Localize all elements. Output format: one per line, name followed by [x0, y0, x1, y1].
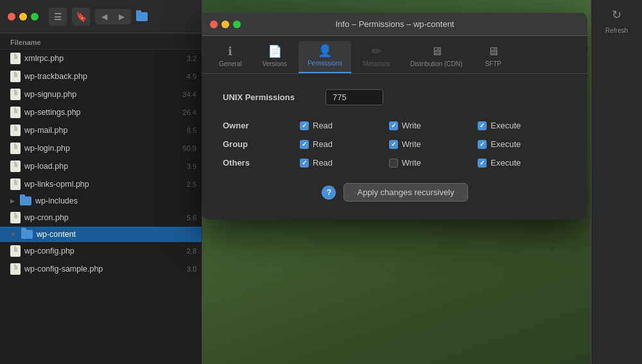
- group-read-checkbox[interactable]: ✓: [300, 140, 309, 149]
- perm-label-owner: Owner: [223, 121, 300, 130]
- others-execute-label: Execute: [490, 158, 521, 168]
- others-write-checkbox[interactable]: [389, 159, 398, 168]
- info-maximize-button[interactable]: [233, 21, 241, 28]
- group-write-checkbox-item: ✓ Write: [389, 139, 478, 149]
- unix-permissions-input[interactable]: [325, 89, 383, 105]
- file-size: 5.6: [187, 214, 196, 221]
- file-item[interactable]: ▼ wp-content: [0, 227, 202, 242]
- group-write-label: Write: [402, 139, 421, 149]
- others-execute-checkbox-item: ✓ Execute: [478, 158, 567, 168]
- permissions-tab-icon: 👤: [318, 44, 332, 58]
- tab-metadata: ✏ Metadata: [354, 42, 399, 73]
- maximize-button[interactable]: [31, 13, 39, 21]
- close-button[interactable]: [8, 13, 15, 21]
- sftp-tab-label: SFTP: [485, 60, 501, 67]
- info-titlebar: Info – Permissions – wp-content: [202, 13, 587, 36]
- owner-execute-checkbox[interactable]: ✓: [478, 121, 487, 130]
- others-read-checkbox[interactable]: ✓: [300, 159, 309, 168]
- group-write-checkbox[interactable]: ✓: [389, 140, 398, 149]
- bookmark-icon[interactable]: 🔖: [72, 8, 90, 26]
- folder-icon: [20, 196, 31, 205]
- file-icon: [10, 53, 21, 64]
- back-button[interactable]: ◀: [96, 10, 112, 23]
- folder-icon: [21, 230, 33, 239]
- file-icon: [10, 245, 21, 257]
- file-name: wp-cron.php: [24, 213, 69, 222]
- file-item[interactable]: wp-settings.php 26.4: [0, 103, 202, 121]
- metadata-tab-icon: ✏: [372, 44, 381, 58]
- distribution-tab-icon: 🖥: [431, 45, 442, 58]
- file-item[interactable]: xmlrpc.php 3.2: [0, 49, 202, 67]
- group-read-label: Read: [313, 139, 333, 149]
- info-traffic-lights: [210, 21, 241, 28]
- file-size: 3.2: [187, 55, 196, 62]
- file-item[interactable]: wp-mail.php 8.5: [0, 121, 202, 139]
- file-size: 2.8: [187, 247, 196, 255]
- help-button[interactable]: ?: [322, 186, 336, 200]
- perm-label-others: Others: [223, 158, 300, 168]
- file-name: wp-config.php: [24, 247, 74, 256]
- others-read-checkbox-item: ✓ Read: [300, 158, 389, 168]
- info-close-button[interactable]: [210, 21, 218, 28]
- general-tab-label: General: [219, 60, 242, 67]
- list-view-icon[interactable]: ☰: [49, 8, 67, 26]
- owner-read-checkbox[interactable]: ✓: [300, 121, 309, 130]
- info-window-title: Info – Permissions – wp-content: [336, 19, 455, 29]
- owner-execute-checkbox-item: ✓ Execute: [478, 121, 567, 130]
- file-icon: [10, 125, 21, 136]
- info-minimize-button[interactable]: [221, 21, 229, 28]
- file-name: wp-signup.php: [24, 90, 76, 99]
- nav-buttons: ◀ ▶: [95, 9, 131, 24]
- file-browser-toolbar: ☰ 🔖 ◀ ▶: [0, 0, 202, 33]
- file-size: 4.9: [187, 73, 196, 80]
- permissions-content: UNIX Permissions Owner ✓ Read ✓ Write ✓ …: [202, 74, 587, 220]
- sftp-tab-icon: 🖥: [487, 45, 499, 58]
- general-tab-icon: ℹ: [228, 44, 232, 58]
- forward-button[interactable]: ▶: [114, 10, 130, 23]
- file-item[interactable]: wp-login.php 50.9: [0, 139, 202, 157]
- owner-read-label: Read: [313, 121, 333, 130]
- tab-general[interactable]: ℹ General: [210, 42, 251, 73]
- owner-write-checkbox-item: ✓ Write: [389, 121, 478, 130]
- file-name: wp-settings.php: [24, 108, 81, 117]
- file-icon: [10, 71, 21, 82]
- file-icon: [10, 178, 21, 190]
- file-item[interactable]: wp-trackback.php 4.9: [0, 67, 202, 85]
- file-item[interactable]: ▶ wp-includes: [0, 193, 202, 209]
- filename-column-header: Filename: [10, 39, 41, 46]
- refresh-label: Refresh: [605, 27, 628, 34]
- tab-sftp[interactable]: 🖥 SFTP: [474, 42, 512, 73]
- apply-recursively-button[interactable]: Apply changes recursively: [343, 183, 467, 202]
- others-read-label: Read: [313, 158, 333, 168]
- permissions-grid: Owner ✓ Read ✓ Write ✓ Execute Group ✓ R…: [223, 121, 567, 168]
- tab-distribution[interactable]: 🖥 Distribution (CDN): [401, 42, 471, 73]
- group-execute-checkbox-item: ✓ Execute: [478, 139, 567, 149]
- tab-permissions[interactable]: 👤 Permissions: [299, 41, 351, 73]
- metadata-tab-label: Metadata: [363, 60, 390, 67]
- file-item[interactable]: wp-cron.php 5.6: [0, 209, 202, 227]
- minimize-button[interactable]: [19, 13, 27, 21]
- file-name: xmlrpc.php: [24, 54, 64, 63]
- owner-write-label: Write: [402, 121, 421, 130]
- file-name: wp-load.php: [24, 162, 68, 171]
- unix-permissions-label: UNIX Permissions: [223, 92, 325, 102]
- file-icon: [10, 263, 21, 275]
- versions-tab-icon: 📄: [268, 44, 282, 58]
- group-execute-checkbox[interactable]: ✓: [478, 140, 487, 149]
- file-size: 34.4: [183, 91, 196, 98]
- file-item[interactable]: wp-config.php 2.8: [0, 242, 202, 260]
- file-item[interactable]: wp-links-opml.php 2.5: [0, 175, 202, 193]
- others-execute-checkbox[interactable]: ✓: [478, 159, 487, 168]
- owner-write-checkbox[interactable]: ✓: [389, 121, 398, 130]
- tab-versions[interactable]: 📄 Versions: [254, 42, 296, 73]
- refresh-icon[interactable]: ↻: [612, 8, 621, 22]
- current-folder-icon: [136, 12, 148, 21]
- file-size: 8.5: [187, 126, 196, 134]
- file-item[interactable]: wp-config-sample.php 3.0: [0, 260, 202, 278]
- file-item[interactable]: wp-load.php 3.9: [0, 157, 202, 175]
- file-item[interactable]: wp-signup.php 34.4: [0, 85, 202, 103]
- file-name: wp-config-sample.php: [24, 264, 103, 273]
- group-read-checkbox-item: ✓ Read: [300, 139, 389, 149]
- group-execute-label: Execute: [490, 139, 521, 149]
- file-size: 3.0: [187, 265, 196, 273]
